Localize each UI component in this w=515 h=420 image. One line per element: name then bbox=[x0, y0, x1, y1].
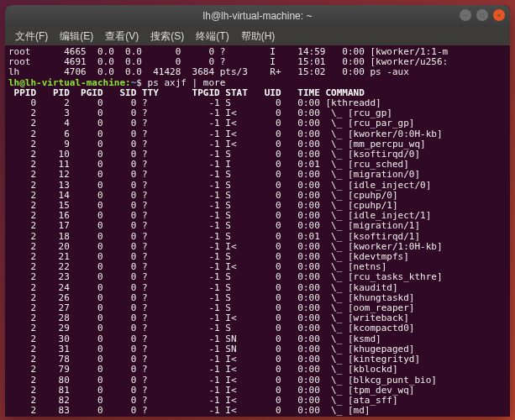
terminal-line: 2 6 0 0 ? -1 I< 0 0:00 \_ [kworker/0:0H-… bbox=[8, 129, 507, 139]
terminal-line: 2 13 0 0 ? -1 S 0 0:00 \_ [idle_inject/0… bbox=[8, 181, 507, 191]
titlebar[interactable]: lh@lh-virtual-machine: ~ — ◻ × bbox=[5, 5, 510, 27]
terminal-line: 2 12 0 0 ? -1 S 0 0:00 \_ [migration/0] bbox=[8, 170, 507, 180]
terminal-line: 2 17 0 0 ? -1 S 0 0:00 \_ [migration/1] bbox=[8, 221, 507, 231]
terminal-line: 2 84 0 0 ? -1 I< 0 0:00 \_ [edac-poller] bbox=[8, 416, 507, 417]
terminal-line: 2 4 0 0 ? -1 I< 0 0:00 \_ [rcu_par_gp] bbox=[8, 118, 507, 129]
menu-file[interactable]: 文件(F) bbox=[10, 28, 53, 45]
menu-help[interactable]: 帮助(H) bbox=[236, 28, 281, 45]
terminal-line: 2 29 0 0 ? -1 S 0 0:00 \_ [kcompactd0] bbox=[8, 323, 507, 333]
prompt-command: ps axjf | more bbox=[148, 77, 226, 88]
prompt-symbol: $ bbox=[136, 77, 147, 88]
window-title: lh@lh-virtual-machine: ~ bbox=[203, 10, 313, 22]
prompt-userhost: lh@lh-virtual-machine: bbox=[8, 77, 131, 88]
terminal-line: 2 23 0 0 ? -1 S 0 0:00 \_ [rcu_tasks_kth… bbox=[8, 272, 507, 282]
close-icon: × bbox=[497, 11, 501, 19]
maximize-button[interactable]: ◻ bbox=[476, 9, 488, 21]
window-controls: — ◻ × bbox=[460, 9, 505, 21]
terminal-window: lh@lh-virtual-machine: ~ — ◻ × 文件(F) 编辑(… bbox=[5, 5, 510, 417]
terminal-line: 2 80 0 0 ? -1 I< 0 0:00 \_ [blkcg_punt_b… bbox=[8, 375, 507, 386]
menu-search[interactable]: 搜索(S) bbox=[145, 28, 189, 45]
minimize-button[interactable]: — bbox=[460, 9, 471, 21]
menubar: 文件(F) 编辑(E) 查看(V) 搜索(S) 终端(T) 帮助(H) bbox=[5, 27, 510, 45]
terminal-line: 2 79 0 0 ? -1 I< 0 0:00 \_ [kblockd] bbox=[8, 365, 507, 375]
minimize-icon: — bbox=[463, 11, 467, 19]
terminal-body[interactable]: root 4665 0.0 0.0 0 0 ? I 14:59 0:00 [kw… bbox=[5, 45, 510, 417]
menu-view[interactable]: 查看(V) bbox=[100, 28, 144, 45]
menu-edit[interactable]: 编辑(E) bbox=[55, 28, 98, 45]
close-button[interactable]: × bbox=[493, 9, 505, 21]
menu-terminal[interactable]: 终端(T) bbox=[191, 28, 234, 45]
maximize-icon: ◻ bbox=[480, 11, 484, 19]
